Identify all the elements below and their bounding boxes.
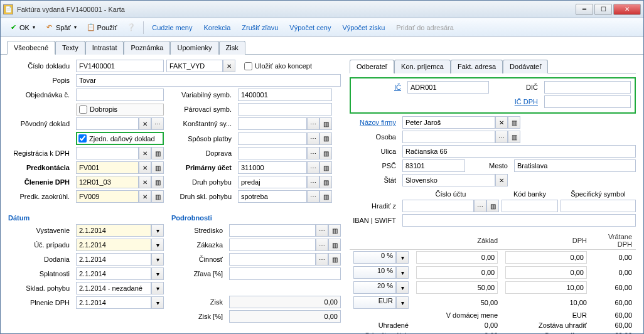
tab-poznamka[interactable]: Poznámka (124, 41, 170, 55)
pct-select-1[interactable]: 10 % (353, 266, 396, 279)
label-icdph[interactable]: IČ DPH (491, 98, 542, 105)
doprava-input[interactable] (238, 147, 307, 159)
osoba-input[interactable] (402, 131, 495, 143)
dodania-date[interactable] (76, 253, 151, 266)
close-button[interactable]: ✕ (613, 4, 641, 15)
povodny-input[interactable] (76, 117, 139, 130)
plnenie-date[interactable] (76, 296, 151, 309)
konstantny-input[interactable] (238, 117, 307, 130)
dobropis-checkbox[interactable]: Dobropis (76, 104, 164, 116)
zlava-input[interactable] (229, 267, 341, 280)
icdph-input[interactable] (544, 95, 631, 108)
ok-button[interactable]: ✔OK (4, 21, 40, 35)
ulica-input[interactable] (402, 145, 636, 158)
amount-row-0: 0 %▾ 0,00 (350, 250, 636, 266)
sposob-platby-input[interactable] (238, 132, 307, 145)
spec-symb-input[interactable] (561, 200, 636, 212)
zaklad-1[interactable] (416, 266, 498, 279)
zaklad-2[interactable] (416, 281, 498, 294)
zaklad-sum: 50,00 (412, 295, 502, 310)
uc-pripadu-date[interactable] (76, 239, 151, 251)
iban-input[interactable] (402, 214, 636, 227)
undo-icon: ↶ (45, 23, 54, 32)
zakazka-input[interactable] (229, 239, 316, 251)
primarny-ucet-input[interactable] (238, 161, 307, 174)
povodny-clear[interactable]: ✕ (139, 117, 151, 130)
dph-2[interactable] (505, 281, 587, 294)
clenenie-input[interactable] (76, 176, 139, 188)
cinnost-input[interactable] (229, 253, 316, 266)
dic-input[interactable] (544, 81, 631, 94)
konstantny-open[interactable]: ▥ (319, 117, 332, 130)
mesto-input[interactable] (514, 159, 636, 172)
maximize-button[interactable]: ☐ (594, 4, 612, 15)
pct-select-2[interactable]: 20 % (353, 281, 396, 294)
tab-texty[interactable]: Texty (55, 41, 85, 55)
check-icon: ✔ (9, 23, 18, 32)
label-sklad: Sklad. pohybu (8, 284, 73, 292)
help-button[interactable]: ❔ (122, 21, 140, 35)
druh-pohybu-input[interactable] (238, 176, 307, 188)
splatnosti-date[interactable] (76, 267, 151, 280)
vystavenie-date[interactable] (76, 224, 151, 237)
stat-input[interactable] (402, 174, 495, 186)
subtab-dodavatel[interactable]: Dodávateľ (503, 60, 548, 73)
psc-input[interactable] (402, 159, 465, 172)
back-button[interactable]: ↶Späť (41, 21, 81, 35)
ic-highlight-box: IČ DIČ IČ DPH (350, 77, 636, 114)
dph-1[interactable] (505, 266, 587, 279)
hradit-ucet-input[interactable] (402, 200, 474, 212)
label-nazov[interactable]: Názov firmy (350, 119, 400, 126)
nazov-clear[interactable]: ✕ (495, 116, 508, 129)
toolbar-link-2[interactable]: Zrušiť zľavu (237, 21, 283, 34)
label-zlava: Zľava [%] (171, 270, 227, 277)
pct-select-0[interactable]: 0 % (353, 251, 396, 264)
predk-zaokruhl-input[interactable] (76, 190, 139, 203)
rada-input[interactable] (166, 60, 223, 72)
zaklad-0[interactable] (416, 251, 498, 264)
druh-skl-input[interactable] (238, 190, 307, 203)
parovaci-input[interactable] (238, 103, 332, 116)
tab-vseobecne[interactable]: Všeobecné (7, 41, 55, 55)
label-osoba: Osoba (350, 133, 400, 141)
toolbar-link-0[interactable]: Cudzie meny (147, 21, 197, 34)
varsymb-input[interactable] (238, 89, 332, 101)
predkontacia-input[interactable] (76, 161, 139, 174)
label-stredisko: Stredisko (171, 227, 227, 234)
registracia-input[interactable] (76, 147, 139, 159)
label-iban: IBAN | SWIFT (350, 217, 400, 224)
nazov-input[interactable] (402, 116, 495, 129)
ic-input[interactable] (407, 81, 489, 94)
tab-intrastat[interactable]: Intrastat (85, 41, 124, 55)
objednavka-input[interactable] (76, 89, 164, 101)
subtab-faktadresa[interactable]: Fakt. adresa (451, 60, 503, 73)
vystavenie-cal-icon[interactable]: ▾ (151, 224, 164, 237)
sklad-date[interactable] (76, 282, 151, 294)
kod-banky-input[interactable] (502, 200, 558, 212)
subtab-konprijemca[interactable]: Kon. príjemca (394, 60, 451, 73)
stredisko-input[interactable] (229, 224, 316, 237)
cur-select[interactable]: EUR (353, 296, 396, 309)
minimize-button[interactable]: ━ (576, 4, 593, 15)
toolbar-link-3[interactable]: Výpočet ceny (284, 21, 336, 34)
konstantny-pick[interactable]: ⋯ (307, 117, 319, 130)
povodny-pick[interactable]: ⋯ (151, 117, 164, 130)
window-title: Faktúra vydaná FV1400001 - Karta (17, 6, 576, 13)
cislo-dokladu-input[interactable] (76, 60, 164, 72)
hdr-kod-banky: Kód banky (502, 190, 558, 198)
nazov-open[interactable]: ▥ (508, 116, 520, 129)
clear-rada-button[interactable]: ✕ (223, 60, 235, 72)
dph-sum: 10,00 (502, 295, 591, 310)
tab-zisk[interactable]: Zisk (219, 41, 245, 55)
zjedn-danovy-checkbox[interactable]: Zjedn. daňový doklad (76, 132, 164, 145)
ulozit-koncept-checkbox[interactable]: Uložiť ako koncept (243, 61, 313, 72)
toolbar-link-4[interactable]: Výpočet zisku (337, 21, 390, 34)
subtab-odberatel[interactable]: Odberateľ (350, 60, 394, 73)
amount-row-1: 10 %▾ 0,00 (350, 265, 636, 280)
popis-input[interactable] (76, 74, 341, 87)
toolbar-link-1[interactable]: Korekcia (198, 21, 235, 34)
apply-button[interactable]: 📋Použiť (82, 21, 122, 35)
dph-0[interactable] (505, 251, 587, 264)
tab-upomienky[interactable]: Upomienky (170, 41, 218, 55)
label-ic[interactable]: IČ (355, 84, 405, 91)
